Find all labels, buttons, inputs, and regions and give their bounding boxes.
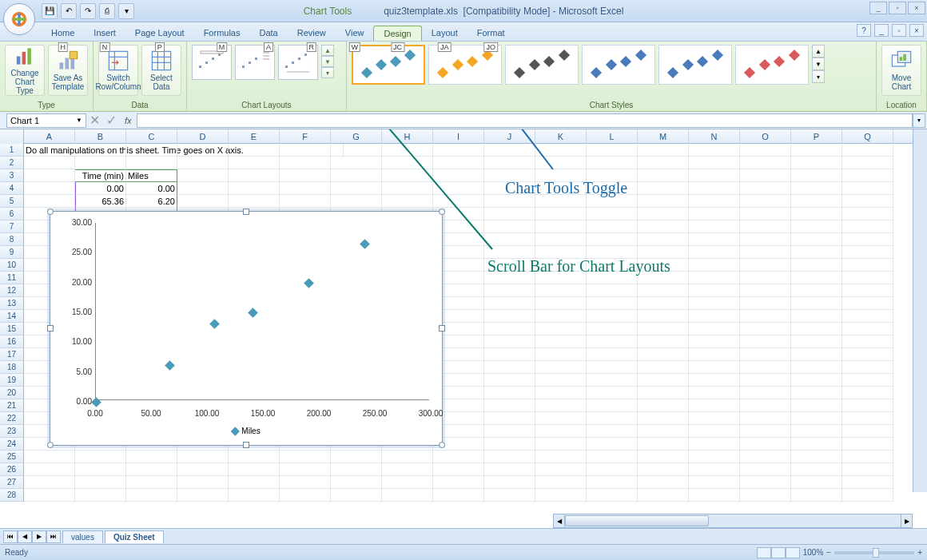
row-header[interactable]: 22 bbox=[0, 412, 24, 425]
cell[interactable] bbox=[842, 169, 893, 182]
cell[interactable]: 0.00 bbox=[75, 182, 126, 195]
cell[interactable] bbox=[484, 144, 535, 157]
cell[interactable] bbox=[638, 169, 689, 182]
cell[interactable] bbox=[484, 412, 535, 425]
cell[interactable] bbox=[535, 157, 587, 169]
column-header[interactable]: P bbox=[791, 129, 842, 144]
row-header[interactable]: 4 bbox=[0, 182, 24, 195]
cell[interactable] bbox=[484, 233, 535, 246]
cell[interactable] bbox=[842, 259, 893, 272]
cell[interactable] bbox=[791, 476, 842, 489]
cell[interactable] bbox=[740, 208, 791, 220]
cell[interactable] bbox=[331, 169, 382, 182]
cell[interactable] bbox=[791, 425, 842, 438]
cell[interactable] bbox=[177, 489, 229, 502]
cell[interactable] bbox=[484, 157, 535, 169]
cell[interactable] bbox=[791, 259, 842, 272]
chart-style-3[interactable] bbox=[505, 45, 579, 85]
column-header[interactable]: O bbox=[740, 129, 791, 144]
cell[interactable] bbox=[535, 476, 587, 489]
row-header[interactable]: 11 bbox=[0, 272, 24, 284]
move-chart-button[interactable]: Move Chart bbox=[881, 45, 921, 96]
cell[interactable] bbox=[535, 399, 587, 412]
column-header[interactable]: D bbox=[177, 129, 229, 144]
cell[interactable] bbox=[791, 438, 842, 451]
cell[interactable] bbox=[587, 412, 638, 425]
tab-design[interactable]: DesignJC bbox=[373, 26, 421, 41]
cell[interactable] bbox=[740, 182, 791, 195]
column-header[interactable]: K bbox=[535, 129, 587, 144]
cell[interactable] bbox=[24, 451, 75, 463]
cell[interactable] bbox=[740, 336, 791, 348]
restore-button[interactable]: ▫ bbox=[889, 2, 906, 14]
cell[interactable] bbox=[842, 361, 893, 374]
cell[interactable] bbox=[638, 157, 689, 169]
cell[interactable] bbox=[689, 284, 740, 297]
cell[interactable] bbox=[433, 182, 484, 195]
cell[interactable] bbox=[126, 157, 177, 169]
cell[interactable] bbox=[433, 451, 484, 463]
fx-icon[interactable]: fx bbox=[125, 116, 132, 125]
cell[interactable] bbox=[842, 195, 893, 208]
cell[interactable] bbox=[740, 272, 791, 284]
cell[interactable] bbox=[638, 144, 689, 157]
zoom-out-button[interactable]: − bbox=[826, 548, 831, 557]
cell[interactable] bbox=[689, 259, 740, 272]
cell[interactable] bbox=[740, 438, 791, 451]
cell[interactable] bbox=[126, 476, 177, 489]
row-header[interactable]: 13 bbox=[0, 297, 24, 310]
cell[interactable] bbox=[587, 361, 638, 374]
cell[interactable] bbox=[689, 297, 740, 310]
sheet-tab-quiz-sheet[interactable]: Quiz Sheet bbox=[105, 530, 164, 543]
cell[interactable] bbox=[638, 438, 689, 451]
cell[interactable] bbox=[791, 361, 842, 374]
column-header[interactable]: H bbox=[382, 129, 433, 144]
cell[interactable] bbox=[177, 195, 229, 208]
cell[interactable] bbox=[791, 489, 842, 502]
cell[interactable] bbox=[842, 399, 893, 412]
cell[interactable]: 6.20 bbox=[126, 195, 177, 208]
zoom-slider[interactable] bbox=[834, 551, 914, 554]
chart-style-1[interactable] bbox=[352, 45, 425, 85]
cell[interactable] bbox=[484, 336, 535, 348]
cell[interactable] bbox=[689, 387, 740, 399]
cell[interactable] bbox=[433, 195, 484, 208]
cell[interactable] bbox=[535, 374, 587, 387]
cell[interactable] bbox=[638, 284, 689, 297]
row-header[interactable]: 18 bbox=[0, 361, 24, 374]
tab-formulas[interactable]: FormulasM bbox=[194, 26, 250, 41]
cell[interactable] bbox=[638, 451, 689, 463]
cell[interactable] bbox=[740, 284, 791, 297]
cell[interactable] bbox=[280, 169, 331, 182]
cell[interactable] bbox=[484, 463, 535, 476]
cell[interactable] bbox=[587, 220, 638, 233]
cell[interactable] bbox=[331, 144, 382, 157]
cell[interactable] bbox=[280, 182, 331, 195]
cell[interactable] bbox=[535, 489, 587, 502]
row-header[interactable]: 12 bbox=[0, 284, 24, 297]
qat-print-icon[interactable]: ⎙ bbox=[99, 3, 115, 19]
cell[interactable] bbox=[689, 182, 740, 195]
cell[interactable] bbox=[689, 348, 740, 361]
cell[interactable] bbox=[587, 374, 638, 387]
cell[interactable] bbox=[638, 323, 689, 336]
column-header[interactable]: E bbox=[229, 129, 280, 144]
cell[interactable] bbox=[689, 272, 740, 284]
cell[interactable] bbox=[791, 336, 842, 348]
cell[interactable] bbox=[484, 476, 535, 489]
chart-legend[interactable]: Miles bbox=[232, 427, 260, 435]
cell[interactable] bbox=[484, 348, 535, 361]
cell[interactable] bbox=[740, 157, 791, 169]
qat-redo-icon[interactable]: ↷ bbox=[80, 3, 96, 19]
cell[interactable] bbox=[791, 399, 842, 412]
cell[interactable] bbox=[740, 399, 791, 412]
cell[interactable] bbox=[842, 489, 893, 502]
cell[interactable] bbox=[842, 387, 893, 399]
row-header[interactable]: 25 bbox=[0, 451, 24, 463]
cell[interactable] bbox=[484, 284, 535, 297]
cell[interactable] bbox=[587, 425, 638, 438]
cell[interactable] bbox=[177, 169, 229, 182]
cell[interactable] bbox=[331, 476, 382, 489]
tab-nav-last-icon[interactable]: ⏭ bbox=[46, 530, 61, 543]
qat-undo-icon[interactable]: ↶ bbox=[61, 3, 77, 19]
